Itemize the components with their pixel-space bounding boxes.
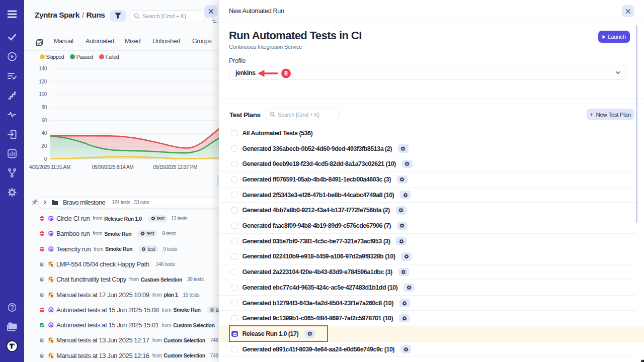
svg-text:8: 8 [284, 70, 288, 77]
